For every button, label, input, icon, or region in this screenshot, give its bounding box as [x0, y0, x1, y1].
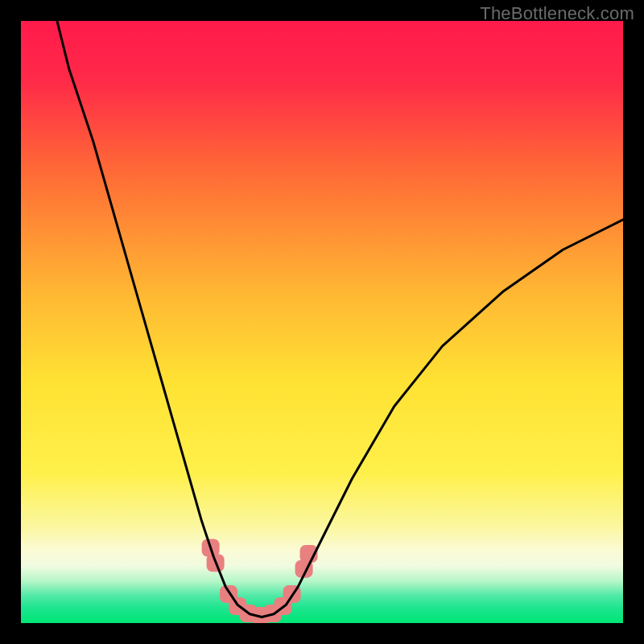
bottleneck-curve [57, 21, 623, 617]
chart-frame: TheBottleneck.com [0, 0, 644, 644]
plot-area [21, 21, 623, 623]
watermark-label: TheBottleneck.com [480, 3, 634, 24]
curve-layer [21, 21, 623, 623]
